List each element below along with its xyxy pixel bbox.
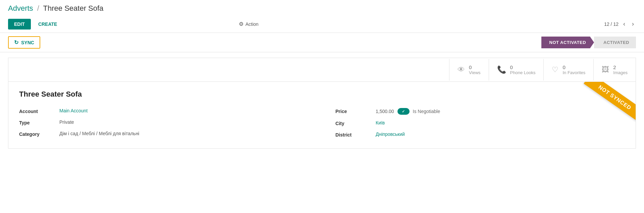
category-value: Дім і сад / Меблі / Меблі для вітальні [59,131,139,136]
fields-grid: Account Main Account Type Private Catego… [19,105,625,140]
favorites-count: 0 [562,64,585,70]
negotiable-toggle[interactable] [397,108,410,115]
stat-images: 🖼 2 Images [593,59,636,81]
stats-row: 👁 0 Views 📞 0 Phone Looks ♡ 0 In Favorit… [8,58,636,82]
field-price: Price 1,500.00 Is Negotiable [335,105,625,117]
account-label: Account [19,108,59,114]
type-label: Type [19,119,59,125]
pagination: 12 / 12 ‹ › [604,20,636,28]
images-label: Images [613,70,628,75]
status-activated[interactable]: ACTIVATED [594,37,636,48]
edit-button[interactable]: EDIT [8,19,31,30]
account-value[interactable]: Main Account [59,108,88,113]
breadcrumb-current: Three Seater Sofa [43,4,104,12]
field-type: Type Private [19,117,309,128]
price-amount: 1,500.00 [376,109,394,114]
sync-label: SYNC [21,40,34,45]
district-value[interactable]: Дніпровський [376,131,405,137]
field-account: Account Main Account [19,105,309,117]
field-district: District Дніпровський [335,129,625,140]
sync-icon: ↻ [14,39,18,46]
sync-bar: ↻ SYNC NOT ACTIVATED ACTIVATED [0,33,644,52]
gear-icon: ⚙ [239,21,244,27]
district-label: District [335,131,376,138]
price-value: 1,500.00 Is Negotiable [376,108,440,115]
status-not-activated[interactable]: NOT ACTIVATED [541,37,594,48]
breadcrumb: Adverts / Three Seater Sofa [8,4,636,13]
images-count: 2 [613,64,628,70]
page-wrapper: Adverts / Three Seater Sofa EDIT CREATE … [0,0,644,213]
action-label: Action [246,21,259,27]
content-card: NOT SYNCED Three Seater Sofa Account Mai… [8,82,636,149]
phone-looks-label: Phone Looks [510,70,536,75]
stat-favorites: ♡ 0 In Favorites [543,59,593,81]
breadcrumb-separator: / [37,4,39,12]
stat-views: 👁 0 Views [449,59,488,81]
create-button[interactable]: CREATE [32,19,63,30]
toolbar: EDIT CREATE ⚙ Action 12 / 12 ‹ › [0,15,644,33]
next-button[interactable]: › [630,20,636,28]
title-bar: Adverts / Three Seater Sofa [0,0,644,15]
image-icon: 🖼 [602,65,609,74]
stats-placeholder [8,58,449,82]
city-label: City [335,120,376,126]
record-title: Three Seater Sofa [19,90,625,99]
status-bar: NOT ACTIVATED ACTIVATED [541,37,636,48]
phone-icon: 📞 [497,65,506,74]
field-category: Category Дім і сад / Меблі / Меблі для в… [19,128,309,140]
type-value: Private [59,119,74,125]
eye-icon: 👁 [458,65,465,74]
field-city: City Київ [335,117,625,129]
price-label: Price [335,108,376,114]
action-button[interactable]: ⚙ Action [235,18,263,30]
fields-left: Account Main Account Type Private Catego… [19,105,322,140]
sync-button[interactable]: ↻ SYNC [8,36,40,49]
category-label: Category [19,131,59,137]
views-count: 0 [469,64,480,70]
pagination-display: 12 / 12 [604,21,619,27]
favorites-label: In Favorites [562,70,585,75]
breadcrumb-parent[interactable]: Adverts [8,4,33,12]
views-label: Views [469,70,480,75]
city-value[interactable]: Київ [376,120,385,125]
prev-button[interactable]: ‹ [621,20,627,28]
is-negotiable-label: Is Negotiable [413,109,440,114]
phone-looks-count: 0 [510,64,536,70]
stat-phone-looks: 📞 0 Phone Looks [489,59,544,81]
heart-icon: ♡ [552,65,558,74]
fields-right: Price 1,500.00 Is Negotiable City Київ D… [322,105,625,140]
